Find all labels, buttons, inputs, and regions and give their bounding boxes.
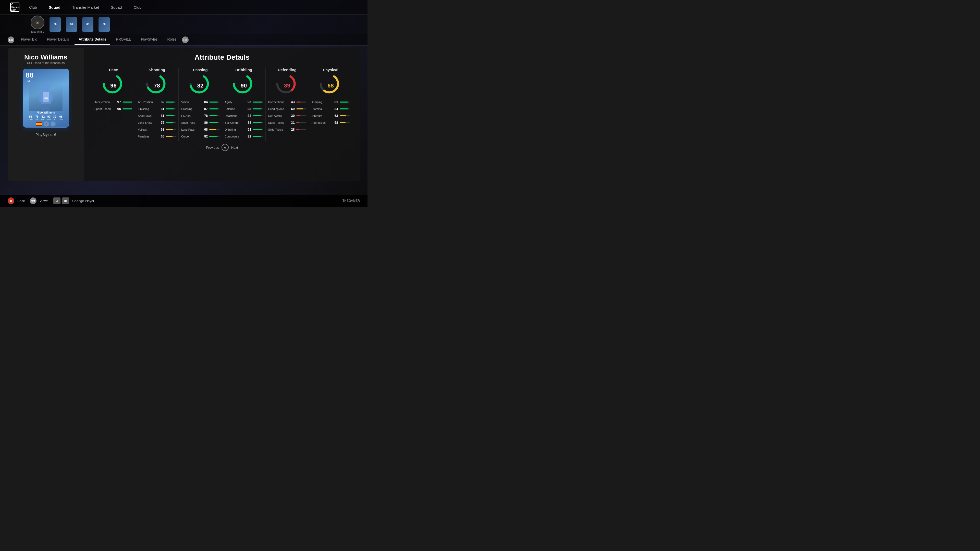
physical-value: 68	[328, 83, 334, 89]
shooting-gauge: 78	[138, 76, 176, 96]
attr-dribbling-stat: Dribbling 91	[225, 127, 263, 131]
attr-short-pass-val: 86	[202, 121, 208, 124]
attr-acceleration-val: 97	[115, 100, 121, 104]
tab-nav: LB Player Bio Player Details Attribute D…	[0, 34, 368, 46]
nav-item-club[interactable]: Club	[27, 4, 39, 11]
attr-balance: Balance 88	[225, 107, 263, 111]
passing-header: Passing	[181, 68, 219, 72]
card-rating: 88	[26, 72, 34, 79]
lt-button[interactable]: LT	[53, 197, 60, 204]
attr-def-aware-val: 39	[289, 114, 295, 118]
attr-aggression-name: Aggression	[312, 121, 331, 124]
card-stat-pac: 96 PAC	[29, 115, 33, 121]
back-label: Back	[18, 199, 25, 203]
attr-volleys-name: Volleys	[138, 128, 157, 131]
attr-finishing: Finishing 81	[138, 107, 176, 111]
nav-item-transfer[interactable]: Transfer Market	[70, 4, 101, 11]
tab-player-bio[interactable]: Player Bio	[17, 34, 41, 45]
rt-button[interactable]: RT	[62, 197, 69, 204]
attr-strength: Strength 63	[312, 114, 350, 118]
attr-fk-acc-val: 76	[202, 114, 208, 118]
pace-value: 96	[110, 83, 116, 89]
player-thumb-4[interactable]: 88	[82, 17, 94, 32]
attr-stand-tackle-val: 31	[289, 121, 295, 124]
b-button[interactable]: B	[8, 197, 14, 204]
bottom-right: THEGAMER	[342, 199, 360, 203]
tab-roles[interactable]: Roles	[163, 34, 181, 45]
attr-penalties-val: 65	[159, 135, 164, 138]
player-name: Nico Williams	[24, 53, 67, 61]
attr-curve-val: 82	[202, 135, 208, 138]
player-card-thumb-5: 88	[99, 17, 110, 32]
tab-player-details[interactable]: Player Details	[43, 34, 73, 45]
card-stat-dri: 90 DRI	[47, 115, 51, 121]
attr-jumping: Jumping 81	[312, 100, 350, 104]
attr-stamina: Stamina 84	[312, 107, 350, 111]
nav-circle: ⊕	[221, 144, 229, 151]
card-stat-def: 39 DEF	[52, 115, 57, 121]
attr-vision-val: 84	[202, 100, 208, 104]
physical-header: Physical	[312, 68, 350, 72]
right-panel: Attribute Details Pace 96 Acceleration	[84, 48, 360, 181]
attr-curve-name: Curve	[181, 135, 200, 138]
player-thumb-3[interactable]: 88	[66, 17, 77, 32]
player-card: 88 LM NW Nico Williams	[23, 69, 69, 127]
attr-att-position-val: 82	[159, 100, 164, 104]
attr-balance-val: 88	[246, 107, 251, 111]
views-group: ◀R▶ Views	[30, 197, 48, 204]
card-player-name: Nico Williams	[37, 111, 55, 114]
attr-long-pass: Long Pass 68	[181, 127, 219, 131]
attr-interceptions: Interceptions 43	[268, 100, 306, 104]
svg-point-0	[42, 83, 49, 92]
app-logo: FC Ultimate Team	[10, 3, 19, 12]
rb-button[interactable]: RB	[182, 37, 189, 43]
r-button[interactable]: ◀R▶	[30, 197, 37, 204]
attr-fk-acc: FK Acc. 76	[181, 114, 219, 118]
tab-profile[interactable]: PROFILE	[112, 34, 135, 45]
tab-attribute-details[interactable]: Attribute Details	[75, 34, 110, 45]
attr-sprint-speed: Sprint Speed 96	[94, 107, 132, 111]
main-content: Nico Williams UEL Road to the Knockouts …	[8, 48, 360, 181]
attr-sprint-speed-val: 96	[115, 107, 121, 111]
nav-item-club2[interactable]: Club	[131, 4, 143, 11]
nav-item-squad2[interactable]: Squad	[109, 4, 124, 11]
attr-short-pass-name: Short Pass	[181, 121, 200, 124]
attr-agility-val: 95	[246, 100, 251, 104]
player-edition: UEL Road to the Knockouts	[27, 61, 65, 65]
card-stat-pas: 82 PAS	[41, 115, 45, 121]
player-thumb-2[interactable]: 88	[49, 17, 61, 32]
attr-dribbling-stat-val: 91	[246, 127, 251, 131]
attr-jumping-name: Jumping	[312, 100, 331, 103]
watermark-text: THEGAMER	[342, 199, 360, 203]
attr-heading-acc-val: 69	[289, 107, 295, 111]
change-player-label: Change Player	[72, 199, 94, 203]
lb-button[interactable]: LB	[8, 37, 14, 43]
attr-long-shots-name: Long Shots	[138, 121, 157, 124]
player-thumb-1[interactable]: 🧑 Nico Willi...	[30, 16, 45, 33]
attr-aggression: Aggression 58	[312, 121, 350, 124]
card-stats-row: 96 PAC 78 SHO 82 PAS 90 DRI 39 DEF	[29, 115, 63, 121]
attr-vision: Vision 84	[181, 100, 219, 104]
attr-def-aware-name: Def. Aware	[268, 114, 288, 118]
player-thumb-5[interactable]: 88	[99, 17, 110, 32]
tab-playstyles[interactable]: PlayStyles	[137, 34, 162, 45]
pace-gauge: 96	[94, 76, 132, 96]
nav-item-squad[interactable]: Squad	[47, 4, 62, 11]
card-stat-phy: 68 PHY	[59, 115, 63, 121]
attr-long-pass-name: Long Pass	[181, 128, 200, 131]
players-row: 🧑 Nico Willi... 88 88 88 88	[0, 14, 368, 34]
attr-vision-name: Vision	[181, 100, 200, 103]
attr-composure-val: 82	[246, 135, 251, 138]
flag-spain	[36, 122, 42, 126]
attr-finishing-val: 81	[159, 107, 164, 111]
next-button[interactable]: Next	[231, 146, 238, 149]
attr-sprint-speed-bar	[123, 108, 132, 110]
player-card-thumb-4: 88	[82, 17, 94, 32]
league-badge: L	[51, 121, 56, 127]
attr-ball-control: Ball Control 88	[225, 121, 263, 124]
svg-rect-3	[49, 93, 52, 102]
card-stat-sho: 78 SHO	[35, 115, 39, 121]
attr-strength-val: 63	[332, 114, 338, 118]
attr-crossing-name: Crossing	[181, 107, 200, 110]
previous-button[interactable]: Previous	[206, 146, 219, 149]
